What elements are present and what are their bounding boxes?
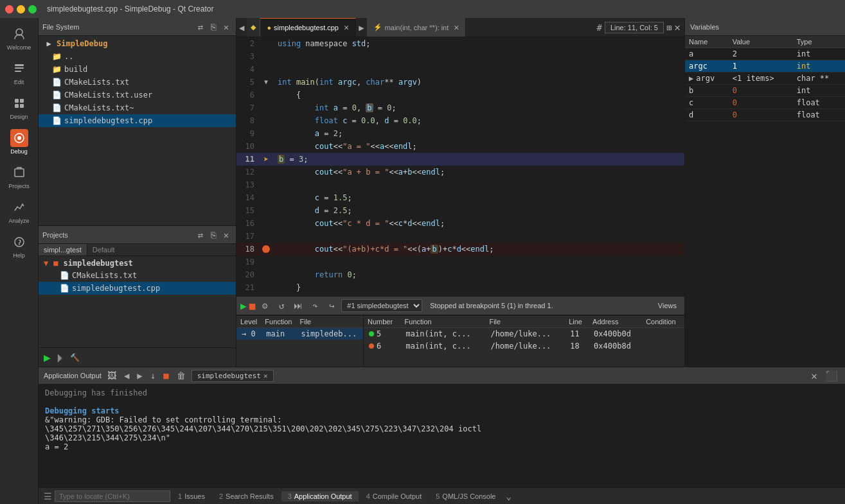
project-cmake[interactable]: 📄 CMakeLists.txt <box>39 269 236 282</box>
tab-func-close-icon[interactable]: × <box>454 22 459 33</box>
var-row-b[interactable]: b 0 int <box>685 85 845 97</box>
project-root[interactable]: ▼ ■ simpledebugtest <box>39 257 236 269</box>
code-line-16: 16 cout<<"c * d = "<<c*d<<endl; <box>236 217 684 230</box>
bp-func-6: main(int, c... <box>401 340 486 352</box>
tab-close-icon[interactable]: × <box>344 22 349 33</box>
file-item-simpledebug[interactable]: 📄 simpledebugtest.cpp <box>39 114 236 127</box>
tab-compile-output[interactable]: 4 Compile Output <box>360 491 429 501</box>
code-line-10: 10 cout<<"a = "<<a<<endl; <box>236 140 684 153</box>
bp-row-5[interactable]: 5 main(int, c... /home/luke... 11 0x400b… <box>364 328 684 340</box>
tab-default[interactable]: Default <box>87 244 120 256</box>
output-down-icon[interactable]: ↓ <box>148 370 157 381</box>
tab-qml-console[interactable]: 5 QML/JS Console <box>429 491 502 501</box>
search-input[interactable] <box>55 491 170 502</box>
tab-simpledebugtest-cpp[interactable]: ● simpledebugtest.cpp × <box>260 18 356 37</box>
file-item-build[interactable]: 📁 build <box>39 63 236 76</box>
build-button[interactable]: 🔨 <box>70 353 80 362</box>
file-item-cmakelists-user[interactable]: 📄 CMakeLists.txt.user <box>39 89 236 101</box>
tabs-menu-icon[interactable]: ⌄ <box>506 491 511 501</box>
proj-close-icon[interactable]: ✕ <box>220 229 232 241</box>
sync-icon[interactable]: ⇄ <box>195 21 206 33</box>
var-row-argc[interactable]: argc 1 int <box>685 60 845 73</box>
tab-search-results[interactable]: 2 Search Results <box>213 491 280 501</box>
bp-row-6[interactable]: 6 main(int, c... /home/luke... 18 0x400b… <box>364 340 684 352</box>
debug-btn-5[interactable]: ↪ <box>325 299 339 313</box>
close-button[interactable] <box>5 5 13 13</box>
code-editor[interactable]: 2 using namespace std; 3 4 <box>236 37 684 296</box>
run-button[interactable]: ▶ <box>44 351 51 364</box>
debug-stop-icon[interactable]: ■ <box>249 300 256 312</box>
file-icon-cmake: 📄 <box>51 77 62 87</box>
debug-start-icon[interactable]: ▶ <box>240 300 247 312</box>
stack-row-0[interactable]: → 0 main simpledeb... 11 <box>236 328 363 340</box>
proj-copy-icon[interactable]: ⎘ <box>208 229 219 241</box>
expand-argv-icon: ▶ <box>689 74 693 83</box>
copy-icon[interactable]: ⎘ <box>208 21 219 33</box>
debug-btn-3[interactable]: ⏭ <box>291 299 305 313</box>
file-item-cmakelists-tilde[interactable]: 📄 CMakeLists.txt~ <box>39 101 236 114</box>
var-row-d[interactable]: d 0 float <box>685 109 845 121</box>
output-tab-simpledebug[interactable]: simpledebugtest ✕ <box>191 370 274 382</box>
window-controls[interactable] <box>5 5 37 13</box>
line-col-display[interactable]: Line: 11, Col: 5 <box>605 22 664 33</box>
output-prev-icon[interactable]: ◀ <box>122 370 131 381</box>
file-item-cmakelists[interactable]: 📄 CMakeLists.txt <box>39 76 236 89</box>
sidebar-item-welcome[interactable]: Welcome <box>2 21 37 55</box>
close-filesys-icon[interactable]: ✕ <box>220 21 232 33</box>
sidebar-item-analyze[interactable]: Analyze <box>2 194 37 229</box>
stack-trace-left: Level Function File Line → 0 main <box>236 316 363 367</box>
line-num-22: 22 <box>236 294 260 296</box>
debug-btn-1[interactable]: ⚙ <box>258 299 272 313</box>
edit-label: Edit <box>14 79 24 85</box>
maximize-button[interactable] <box>28 5 37 13</box>
sidebar-item-debug[interactable]: Debug <box>2 125 37 159</box>
project-expand-icon: ▼ <box>44 259 48 268</box>
svg-rect-7 <box>20 104 24 108</box>
output-next-icon[interactable]: ▶ <box>135 370 144 381</box>
line-marker-9 <box>260 127 272 140</box>
project-cpp[interactable]: 📄 simpledebugtest.cpp <box>39 282 236 295</box>
bp-col-cond: Condition <box>642 316 684 328</box>
output-tab-close-icon[interactable]: ✕ <box>263 372 268 380</box>
col-function: Function <box>261 316 296 328</box>
var-row-argv[interactable]: ▶argv <1 items> char ** <box>685 73 845 85</box>
sidebar-item-projects[interactable]: Projects <box>2 159 37 194</box>
proj-sync-icon[interactable]: ⇄ <box>195 229 206 241</box>
tab-app-output[interactable]: 3 Application Output <box>281 491 359 501</box>
location-btn[interactable]: ⊞ <box>666 22 672 33</box>
code-line-2: 2 using namespace std; <box>236 37 684 50</box>
close-editor-icon[interactable]: ✕ <box>674 21 680 33</box>
output-stop-icon[interactable]: ■ <box>161 370 170 381</box>
sidebar-item-edit[interactable]: Edit <box>2 55 37 90</box>
tab-function[interactable]: ⚡ main(int, char **): int × <box>367 18 467 37</box>
line-num-2: 2 <box>236 37 260 50</box>
debug-btn-4[interactable]: ↷ <box>308 299 322 313</box>
close-output-panel-icon[interactable]: ✕ <box>809 370 819 382</box>
sidebar-item-design[interactable]: Design <box>2 90 37 125</box>
location-icon[interactable]: # <box>596 22 601 33</box>
tab-left-arrow[interactable]: ◀ <box>236 22 247 33</box>
file-root[interactable]: ▶ SimpleDebug <box>39 37 236 50</box>
search-icon: ☰ <box>41 491 55 501</box>
code-line-22: 22 <box>236 294 684 296</box>
tab-issues[interactable]: 1 Issues <box>172 491 211 501</box>
var-row-a[interactable]: a 2 int <box>685 48 845 60</box>
tab-right-arrow[interactable]: ▶ <box>356 22 366 33</box>
line-num-6: 6 <box>236 89 260 101</box>
file-item-dotdot[interactable]: 📁 .. <box>39 50 236 63</box>
code-line-12: 12 cout<<"a + b = "<<a+b<<endl; <box>236 166 684 178</box>
debug-btn-2[interactable]: ↺ <box>274 299 289 313</box>
sidebar-item-help[interactable]: Help <box>2 229 37 263</box>
file-dotdot-name: .. <box>64 52 73 61</box>
minimize-button[interactable] <box>17 5 25 13</box>
tab-simpledebugtest[interactable]: simpl...gtest <box>39 244 87 256</box>
views-button[interactable]: Views <box>654 302 680 309</box>
var-row-c[interactable]: c 0 float <box>685 97 845 109</box>
debug-run-button[interactable]: ⏵ <box>55 351 66 364</box>
project-root-icon: ■ <box>53 259 58 268</box>
output-clear-icon[interactable]: 🗑 <box>175 370 188 381</box>
folder-build-icon: 📁 <box>51 64 62 74</box>
thread-selector[interactable]: #1 simpledebugtest <box>341 299 422 312</box>
output-icon-1[interactable]: 🖼 <box>105 370 118 381</box>
maximize-output-icon[interactable]: ⬛ <box>823 370 840 382</box>
